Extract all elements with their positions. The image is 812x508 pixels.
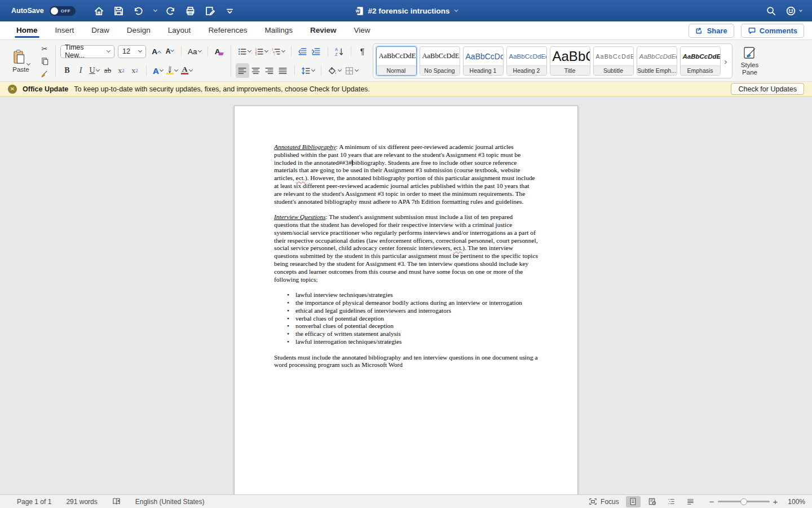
italic-button[interactable]: I [74, 63, 87, 78]
view-outline-button[interactable] [664, 496, 679, 507]
show-paragraph-marks-button[interactable]: ¶ [356, 44, 369, 59]
topic-bullet-list[interactable]: •lawful interview techniques/strategies … [274, 291, 539, 346]
view-print-layout-button[interactable] [626, 496, 641, 507]
redo-icon[interactable] [165, 5, 176, 16]
list-item[interactable]: •verbal clues of potential deception [274, 315, 539, 323]
list-item[interactable]: •lawful interrogation techniques/strateg… [274, 338, 539, 346]
decrease-indent-button[interactable] [296, 44, 310, 59]
align-center-button[interactable] [249, 63, 263, 78]
shrink-font-button[interactable]: A [163, 44, 176, 59]
align-right-button[interactable] [263, 63, 276, 78]
tab-design[interactable]: Design [127, 23, 151, 39]
superscript-button[interactable]: x2 [128, 63, 142, 78]
style-emphasis[interactable]: AaBbCcDdEe Emphasis [680, 46, 721, 76]
tab-references[interactable]: References [208, 23, 247, 39]
undo-dropdown-chevron-icon[interactable] [153, 8, 157, 12]
page-count[interactable]: Page 1 of 1 [17, 498, 51, 506]
tab-draw[interactable]: Draw [91, 23, 109, 39]
cut-button[interactable]: ✂ [38, 43, 51, 54]
style-no-spacing[interactable]: AaBbCcDdE No Spacing [420, 46, 460, 76]
paragraph-interview-questions[interactable]: Interview Questions: The student's assig… [274, 213, 539, 283]
search-icon[interactable] [766, 6, 776, 16]
misspelled-word: ect. [453, 244, 462, 251]
edit-document-icon[interactable] [205, 5, 216, 16]
account-smiley-icon[interactable] [785, 6, 796, 16]
list-item[interactable]: •the efficacy of written statement analy… [274, 330, 539, 338]
grow-font-button[interactable]: A [149, 44, 163, 59]
copy-button[interactable] [38, 56, 51, 67]
account-chevron-icon[interactable] [799, 8, 802, 12]
format-painter-button[interactable] [38, 68, 51, 79]
increase-indent-button[interactable] [310, 44, 323, 59]
font-color-button[interactable]: A [179, 63, 194, 78]
list-item[interactable]: •lawful interview techniques/strategies [274, 291, 539, 299]
document-workspace[interactable]: Annotated Bibliography: A minimum of six… [0, 97, 812, 494]
font-name-select[interactable]: Times New... [60, 45, 114, 58]
style-subtle-emphasis[interactable]: AaBbCcDdEe Subtle Emph... [637, 46, 677, 76]
sort-button[interactable]: A Z [333, 44, 346, 59]
banner-close-icon[interactable]: ✕ [8, 85, 17, 94]
paragraph-closing[interactable]: Students must include the annotated bibl… [274, 354, 539, 370]
highlight-color-button[interactable]: 🖉 [165, 63, 179, 78]
zoom-slider[interactable] [718, 501, 770, 502]
tab-insert[interactable]: Insert [55, 23, 74, 39]
save-icon[interactable] [113, 5, 125, 16]
style-normal[interactable]: AaBbCcDdE Normal [376, 46, 417, 76]
list-item[interactable]: •the importance of physical demeanor bod… [274, 299, 539, 307]
document-page[interactable]: Annotated Bibliography: A minimum of six… [234, 106, 578, 494]
document-title-area[interactable]: W #2 forensic intructions [355, 6, 458, 16]
align-left-button[interactable] [236, 63, 249, 78]
zoom-level[interactable]: 100% [788, 498, 805, 506]
underline-button[interactable]: U [87, 63, 101, 78]
style-subtitle[interactable]: AaBbCcDdEe Subtitle [593, 46, 634, 76]
proofing-status-icon[interactable] [112, 497, 121, 506]
subscript-button[interactable]: x2 [114, 63, 128, 78]
view-draft-button[interactable] [683, 496, 698, 507]
clear-formatting-button[interactable]: A [213, 44, 226, 59]
comments-button[interactable]: Comments [741, 24, 804, 38]
justify-button[interactable] [276, 63, 290, 78]
home-icon[interactable] [94, 5, 105, 16]
tab-home[interactable]: Home [16, 23, 38, 39]
tab-mailings[interactable]: Mailings [264, 23, 293, 39]
paragraph-annotated-bibliography[interactable]: Annotated Bibliography: A minimum of six… [274, 143, 539, 205]
zoom-slider-thumb[interactable] [740, 498, 747, 505]
tab-layout[interactable]: Layout [168, 23, 191, 39]
quick-access-menu-icon[interactable] [224, 5, 236, 16]
view-web-layout-button[interactable] [645, 496, 660, 507]
zoom-out-button[interactable]: − [706, 497, 718, 506]
word-count[interactable]: 291 words [66, 498, 97, 506]
shading-button[interactable] [326, 63, 343, 78]
share-button[interactable]: Share [689, 24, 734, 38]
bullet-list-button[interactable] [236, 44, 253, 59]
bold-button[interactable]: B [60, 63, 74, 78]
style-heading-1[interactable]: AaBbCcDc Heading 1 [463, 46, 504, 76]
numbered-list-button[interactable]: 123 [253, 44, 270, 59]
language-status[interactable]: English (United States) [135, 498, 205, 506]
change-case-button[interactable]: Aa [186, 44, 203, 59]
list-item[interactable]: •ethical and legal guidelines of intervi… [274, 307, 539, 315]
undo-icon[interactable] [133, 5, 144, 16]
focus-mode-button[interactable]: Focus [589, 497, 619, 506]
styles-pane-button[interactable]: Styles Pane [737, 43, 763, 79]
style-heading-2[interactable]: AaBbCcDdEe Heading 2 [506, 46, 547, 76]
tab-view[interactable]: View [354, 23, 370, 39]
tab-review[interactable]: Review [310, 23, 337, 39]
multilevel-list-button[interactable]: 1ai [270, 44, 286, 59]
styles-overflow-chevron-icon[interactable]: › [723, 56, 729, 66]
paste-button[interactable]: Paste [6, 43, 36, 79]
print-icon[interactable] [185, 5, 196, 16]
list-item[interactable]: •nonverbal clues of potential deception [274, 322, 539, 330]
line-spacing-button[interactable] [299, 63, 316, 78]
borders-button[interactable] [343, 63, 360, 78]
zoom-in-button[interactable]: + [770, 497, 782, 506]
autosave-toggle[interactable]: OFF [50, 6, 76, 16]
font-size-select[interactable]: 12 [118, 45, 146, 58]
style-title[interactable]: AaBbC Title [550, 46, 590, 76]
check-for-updates-button[interactable]: Check for Updates [731, 83, 804, 95]
document-text[interactable]: Annotated Bibliography: A minimum of six… [235, 106, 577, 369]
text-effects-button[interactable]: A [151, 63, 165, 78]
paste-dropdown-chevron-icon[interactable] [26, 62, 30, 65]
title-dropdown-chevron-icon[interactable] [454, 8, 458, 12]
strikethrough-button[interactable]: ab [101, 63, 114, 78]
